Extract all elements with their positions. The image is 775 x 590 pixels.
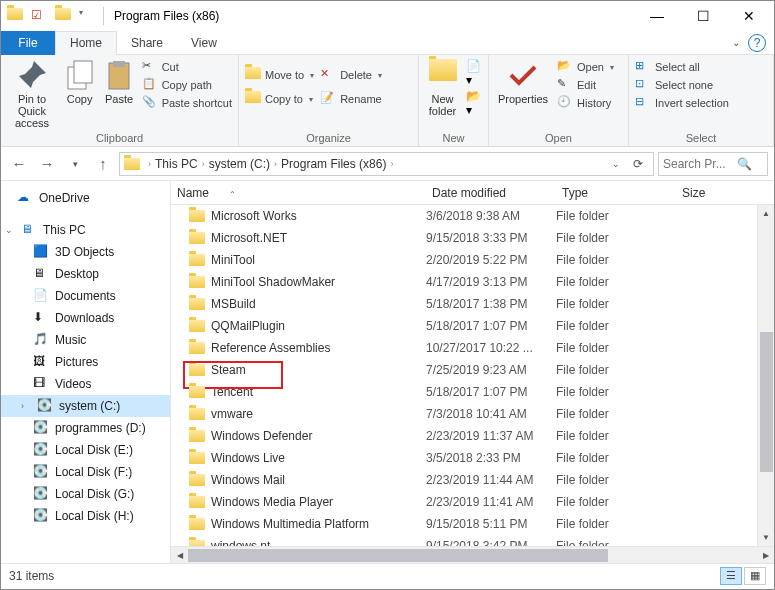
sidebar-item[interactable]: 💽Local Disk (F:) bbox=[1, 461, 170, 483]
file-type: File folder bbox=[556, 407, 676, 421]
maximize-button[interactable]: ☐ bbox=[680, 1, 726, 31]
edit-button[interactable]: ✎Edit bbox=[557, 77, 614, 93]
table-row[interactable]: Steam7/25/2019 9:23 AMFile folder bbox=[171, 359, 757, 381]
scroll-thumb[interactable] bbox=[188, 549, 608, 562]
tree-expand-icon[interactable]: › bbox=[21, 401, 31, 411]
horizontal-scrollbar[interactable]: ◀ ▶ bbox=[171, 546, 774, 563]
table-row[interactable]: MiniTool ShadowMaker4/17/2019 3:13 PMFil… bbox=[171, 271, 757, 293]
scroll-right-icon[interactable]: ▶ bbox=[757, 547, 774, 563]
breadcrumb[interactable]: Program Files (x86) bbox=[281, 157, 386, 171]
sidebar-item[interactable]: 📄Documents bbox=[1, 285, 170, 307]
cut-button[interactable]: ✂Cut bbox=[142, 59, 232, 75]
tab-share[interactable]: Share bbox=[117, 31, 177, 55]
scroll-up-icon[interactable]: ▲ bbox=[758, 205, 774, 222]
scroll-down-icon[interactable]: ▼ bbox=[758, 529, 774, 546]
downloads-icon: ⬇ bbox=[33, 310, 49, 326]
table-row[interactable]: Windows Media Player2/23/2019 11:41 AMFi… bbox=[171, 491, 757, 513]
help-button[interactable]: ? bbox=[748, 34, 766, 52]
sidebar-item[interactable]: 🎵Music bbox=[1, 329, 170, 351]
minimize-button[interactable]: ― bbox=[634, 1, 680, 31]
tab-home[interactable]: Home bbox=[55, 31, 117, 55]
address-dropdown[interactable]: ⌄ bbox=[605, 153, 627, 175]
rename-button[interactable]: 📝Rename bbox=[320, 91, 382, 107]
close-button[interactable]: ✕ bbox=[726, 1, 772, 31]
copy-button[interactable]: Copy bbox=[63, 59, 96, 105]
column-type[interactable]: Type bbox=[556, 186, 676, 200]
invert-selection-button[interactable]: ⊟Invert selection bbox=[635, 95, 729, 111]
sidebar-item[interactable]: 💽Local Disk (H:) bbox=[1, 505, 170, 527]
table-row[interactable]: Windows Defender2/23/2019 11:37 AMFile f… bbox=[171, 425, 757, 447]
up-button[interactable]: ↑ bbox=[91, 152, 115, 176]
forward-button[interactable]: → bbox=[35, 152, 59, 176]
history-button[interactable]: 🕘History bbox=[557, 95, 614, 111]
new-item-icon[interactable]: 📄▾ bbox=[466, 59, 482, 87]
sidebar-item[interactable]: 💽Local Disk (G:) bbox=[1, 483, 170, 505]
table-row[interactable]: QQMailPlugin5/18/2017 1:07 PMFile folder bbox=[171, 315, 757, 337]
file-list[interactable]: Microsoft Works3/6/2018 9:38 AMFile fold… bbox=[171, 205, 757, 546]
column-name[interactable]: Name⌃ bbox=[171, 186, 426, 200]
sidebar-item[interactable]: 🎞Videos bbox=[1, 373, 170, 395]
videos-icon: 🎞 bbox=[33, 376, 49, 392]
table-row[interactable]: MiniTool2/20/2019 5:22 PMFile folder bbox=[171, 249, 757, 271]
copy-path-button[interactable]: 📋Copy path bbox=[142, 77, 232, 93]
select-none-button[interactable]: ⊡Select none bbox=[635, 77, 729, 93]
paste-button[interactable]: Paste bbox=[102, 59, 135, 105]
vertical-scrollbar[interactable]: ▲ ▼ bbox=[757, 205, 774, 546]
sidebar-item[interactable]: 🖥Desktop bbox=[1, 263, 170, 285]
delete-button[interactable]: ✕Delete▾ bbox=[320, 67, 382, 83]
sidebar-item[interactable]: ›💽system (C:) bbox=[1, 395, 170, 417]
sidebar-item-thispc[interactable]: ⌄ 🖥 This PC bbox=[1, 219, 170, 241]
table-row[interactable]: Microsoft.NET9/15/2018 3:33 PMFile folde… bbox=[171, 227, 757, 249]
copy-to-button[interactable]: Copy to▾ bbox=[245, 91, 314, 107]
breadcrumb[interactable]: This PC bbox=[155, 157, 198, 171]
sidebar-item-onedrive[interactable]: ☁ OneDrive bbox=[1, 187, 170, 209]
svg-rect-3 bbox=[113, 61, 125, 67]
breadcrumb[interactable]: system (C:) bbox=[209, 157, 270, 171]
column-date[interactable]: Date modified bbox=[426, 186, 556, 200]
paste-shortcut-button[interactable]: 📎Paste shortcut bbox=[142, 95, 232, 111]
sidebar-item[interactable]: 🟦3D Objects bbox=[1, 241, 170, 263]
search-input[interactable] bbox=[663, 157, 737, 171]
table-row[interactable]: Windows Live3/5/2018 2:33 PMFile folder bbox=[171, 447, 757, 469]
search-box[interactable]: 🔍 bbox=[658, 152, 768, 176]
table-row[interactable]: MSBuild5/18/2017 1:38 PMFile folder bbox=[171, 293, 757, 315]
tree-collapse-icon[interactable]: ⌄ bbox=[5, 225, 15, 235]
table-row[interactable]: Tencent5/18/2017 1:07 PMFile folder bbox=[171, 381, 757, 403]
table-row[interactable]: windows nt9/15/2018 3:42 PMFile folder bbox=[171, 535, 757, 546]
qat-dropdown-icon[interactable]: ▾ bbox=[79, 8, 95, 24]
sidebar-item[interactable]: 💽Local Disk (E:) bbox=[1, 439, 170, 461]
file-date: 2/20/2019 5:22 PM bbox=[426, 253, 556, 267]
table-row[interactable]: vmware7/3/2018 10:41 AMFile folder bbox=[171, 403, 757, 425]
table-row[interactable]: Reference Assemblies10/27/2017 10:22 ...… bbox=[171, 337, 757, 359]
scroll-left-icon[interactable]: ◀ bbox=[171, 547, 188, 563]
pin-quickaccess-button[interactable]: Pin to Quick access bbox=[7, 59, 57, 129]
sidebar-item[interactable]: ⬇Downloads bbox=[1, 307, 170, 329]
properties-button[interactable]: Properties bbox=[495, 59, 551, 105]
table-row[interactable]: Windows Mail2/23/2019 11:44 AMFile folde… bbox=[171, 469, 757, 491]
qat-folder-icon[interactable] bbox=[55, 8, 71, 24]
select-all-button[interactable]: ⊞Select all bbox=[635, 59, 729, 75]
folder-icon bbox=[189, 474, 205, 486]
new-folder-button[interactable]: New folder bbox=[425, 59, 460, 117]
details-view-button[interactable]: ☰ bbox=[720, 567, 742, 585]
address-bar[interactable]: › This PC› system (C:)› Program Files (x… bbox=[119, 152, 654, 176]
sidebar-item[interactable]: 🖼Pictures bbox=[1, 351, 170, 373]
icons-view-button[interactable]: ▦ bbox=[744, 567, 766, 585]
back-button[interactable]: ← bbox=[7, 152, 31, 176]
table-row[interactable]: Windows Multimedia Platform9/15/2018 5:1… bbox=[171, 513, 757, 535]
recent-dropdown[interactable]: ▾ bbox=[63, 152, 87, 176]
column-size[interactable]: Size bbox=[676, 186, 746, 200]
refresh-button[interactable]: ⟳ bbox=[627, 153, 649, 175]
move-to-button[interactable]: Move to▾ bbox=[245, 67, 314, 83]
navigation-pane[interactable]: ☁ OneDrive ⌄ 🖥 This PC 🟦3D Objects🖥Deskt… bbox=[1, 181, 171, 563]
tab-view[interactable]: View bbox=[177, 31, 231, 55]
easy-access-icon[interactable]: 📂▾ bbox=[466, 89, 482, 117]
sidebar-item[interactable]: 💽programmes (D:) bbox=[1, 417, 170, 439]
scroll-thumb[interactable] bbox=[760, 332, 773, 472]
table-row[interactable]: Microsoft Works3/6/2018 9:38 AMFile fold… bbox=[171, 205, 757, 227]
open-button[interactable]: 📂Open▾ bbox=[557, 59, 614, 75]
qat-check-icon[interactable]: ☑ bbox=[31, 8, 47, 24]
ribbon-expand-icon[interactable]: ⌄ bbox=[732, 37, 740, 48]
drive-icon: 💽 bbox=[33, 420, 49, 436]
file-menu[interactable]: File bbox=[1, 31, 55, 55]
